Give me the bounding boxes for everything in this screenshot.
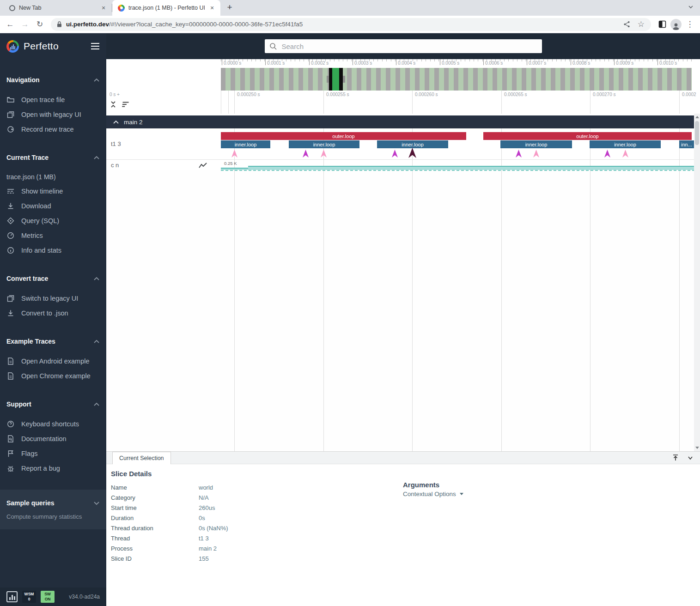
- bug-icon: [6, 464, 15, 473]
- sidebar-item-metrics[interactable]: Metrics: [0, 228, 106, 243]
- flow-arrow-magenta[interactable]: [303, 150, 309, 158]
- ruler-tick-label: 0.0002: [682, 92, 696, 97]
- detail-value: world: [199, 484, 213, 491]
- scrollbar-thumb[interactable]: [695, 121, 699, 145]
- vertical-scrollbar[interactable]: [694, 114, 700, 451]
- tab-close-icon[interactable]: ×: [100, 4, 107, 12]
- thread-track-t13[interactable]: t1 3 outer.loop outer.loop inner.loop in…: [106, 128, 694, 160]
- back-button[interactable]: ←: [4, 18, 17, 31]
- slice-inner-loop[interactable]: inner.loop: [377, 140, 448, 148]
- viewport-right-handle[interactable]: [343, 76, 345, 83]
- flow-arrow-pink[interactable]: [321, 150, 327, 158]
- slice-inner-loop[interactable]: inner.loop: [590, 140, 661, 148]
- section-sample-queries: Sample queries Compute summary statistic…: [0, 490, 106, 529]
- url-bar[interactable]: ui.perfetto.dev/#!/viewer?local_cache_ke…: [51, 18, 651, 31]
- avatar[interactable]: [670, 19, 682, 30]
- document-icon: [6, 372, 15, 380]
- flow-arrow-selected[interactable]: [408, 148, 416, 158]
- process-group-main2[interactable]: main 2: [106, 115, 694, 128]
- slice-inner-loop[interactable]: inner.loop: [500, 140, 572, 148]
- expand-panel-icon[interactable]: [671, 454, 680, 462]
- reload-button[interactable]: ↻: [33, 18, 46, 31]
- hamburger-menu-icon[interactable]: [91, 42, 100, 50]
- bookmark-star-icon[interactable]: ☆: [636, 19, 646, 29]
- tab-title: trace.json (1 MB) - Perfetto UI: [128, 5, 205, 11]
- slice-inner-loop[interactable]: inner.loop: [289, 140, 359, 148]
- section-navigation: Navigation Open trace file Open with leg…: [0, 73, 106, 137]
- section-title: Example Traces: [6, 338, 55, 345]
- section-collapse-icon[interactable]: [93, 402, 100, 406]
- detail-value: 260us: [199, 504, 215, 511]
- timeline-overview[interactable]: 0.0000 s 0.0001 s 0.0002 s 0.0003 s 0.00…: [106, 59, 700, 91]
- sidebar-item-download[interactable]: Download: [0, 199, 106, 213]
- sidebar-item-report-a-bug[interactable]: Report a bug: [0, 461, 106, 476]
- time-ruler[interactable]: 0 s + 0.000250 s 0.000255 s 0.000260 s 0…: [106, 91, 700, 114]
- current-trace-filename: trace.json (1 MB): [0, 170, 106, 184]
- viewport-region[interactable]: [332, 68, 339, 91]
- viewport-right-edge[interactable]: [339, 68, 343, 91]
- legacy-windows-icon: [6, 294, 15, 303]
- slice-outer-loop[interactable]: outer.loop: [483, 132, 692, 140]
- section-collapse-icon[interactable]: [93, 277, 100, 281]
- sidebar-item-documentation[interactable]: Documentation: [0, 431, 106, 446]
- collapse-panel-chevron-icon[interactable]: [686, 454, 694, 462]
- sidebar-item-keyboard-shortcuts[interactable]: Keyboard shortcuts: [0, 417, 106, 431]
- scroll-down-icon[interactable]: [695, 447, 699, 449]
- browser-tab-newtab[interactable]: New Tab ×: [4, 0, 112, 16]
- sidebar-item-show-timeline[interactable]: Show timeline: [0, 184, 106, 199]
- flow-arrow-magenta[interactable]: [604, 150, 610, 158]
- tabstrip-chevron-down-icon[interactable]: [688, 4, 694, 10]
- sidebar-item-open-trace-file[interactable]: Open trace file: [0, 92, 106, 107]
- browser-tab-perfetto[interactable]: trace.json (1 MB) - Perfetto UI ×: [112, 0, 220, 16]
- flow-arrow-magenta[interactable]: [516, 150, 522, 158]
- browser-menu-kebab-icon[interactable]: ⋮: [683, 18, 696, 31]
- section-title: Sample queries: [6, 499, 55, 507]
- document-search-icon: [6, 435, 15, 443]
- sample-query-compute-summary[interactable]: Compute summary statistics: [0, 511, 106, 522]
- detail-value: 155: [199, 555, 209, 562]
- section-collapse-icon[interactable]: [93, 156, 100, 160]
- search-box[interactable]: [265, 39, 542, 53]
- sidebar-item-info-and-stats[interactable]: Info and stats: [0, 243, 106, 258]
- counter-value-label: 0.25 K: [224, 161, 237, 166]
- scroll-up-icon[interactable]: [695, 116, 699, 118]
- slice-outer-loop[interactable]: outer.loop: [221, 132, 466, 140]
- collapse-tracks-icon[interactable]: [110, 101, 117, 108]
- show-graph-icon[interactable]: [199, 162, 207, 169]
- url-text: ui.perfetto.dev/#!/viewer?local_cache_ke…: [66, 21, 618, 28]
- tab-close-icon[interactable]: ×: [208, 4, 216, 12]
- detail-label: Thread: [111, 535, 199, 542]
- section-expand-icon[interactable]: [93, 501, 100, 505]
- section-title: Support: [6, 400, 31, 408]
- detail-label: Slice ID: [111, 555, 199, 562]
- new-tab-button[interactable]: +: [223, 1, 236, 14]
- minimap[interactable]: [221, 68, 692, 91]
- slice-inner-loop-clipped[interactable]: inn...: [679, 140, 694, 148]
- section-collapse-icon[interactable]: [93, 339, 100, 344]
- flow-arrow-magenta[interactable]: [392, 150, 398, 158]
- sidebar-item-open-android-example[interactable]: Open Android example: [0, 354, 106, 369]
- sidebar-item-convert-to-json[interactable]: Convert to .json: [0, 306, 106, 321]
- forward-button[interactable]: →: [18, 18, 31, 31]
- tab-current-selection[interactable]: Current Selection: [112, 452, 171, 464]
- contextual-options-dropdown[interactable]: Contextual Options: [403, 491, 463, 497]
- flow-arrow-pink[interactable]: [622, 150, 628, 158]
- flow-arrow-pink[interactable]: [533, 150, 539, 158]
- sidebar-item-switch-legacy-ui[interactable]: Switch to legacy UI: [0, 291, 106, 306]
- slice-inner-loop[interactable]: inner.loop: [221, 140, 270, 148]
- section-collapse-icon[interactable]: [93, 78, 100, 82]
- flow-arrow-pink[interactable]: [231, 150, 237, 158]
- sidebar-item-open-legacy-ui[interactable]: Open with legacy UI: [0, 107, 106, 122]
- sidebar-item-query-sql[interactable]: Query (SQL): [0, 213, 106, 228]
- sidebar-item-record-new-trace[interactable]: Record new trace: [0, 122, 106, 137]
- viewport-left-edge[interactable]: [329, 68, 332, 91]
- sort-tracks-icon[interactable]: [122, 101, 130, 108]
- sidebar-item-flags[interactable]: Flags: [0, 446, 106, 461]
- share-icon[interactable]: [621, 21, 632, 28]
- counter-track-cn[interactable]: c n 0.25 K: [106, 160, 694, 170]
- hiring-chart-icon[interactable]: [6, 591, 18, 602]
- ruler-tick-label: 0.000260 s: [415, 92, 438, 97]
- side-panel-icon[interactable]: [656, 18, 669, 31]
- sidebar-item-open-chrome-example[interactable]: Open Chrome example: [0, 369, 106, 383]
- search-input[interactable]: [282, 42, 537, 50]
